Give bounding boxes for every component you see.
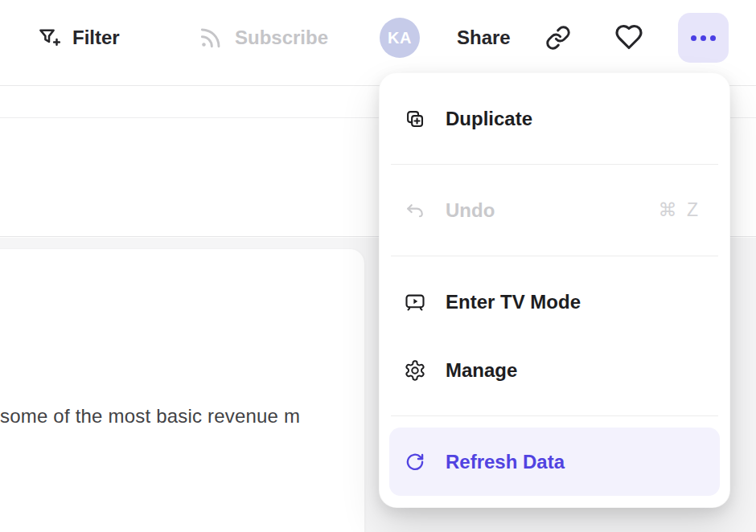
menu-item-undo[interactable]: Undo ⌘ Z bbox=[389, 176, 720, 244]
share-label: Share bbox=[457, 27, 511, 49]
duplicate-icon bbox=[404, 108, 426, 130]
menu-item-label: Enter TV Mode bbox=[446, 291, 581, 313]
menu-item-label: Undo bbox=[446, 199, 495, 222]
gear-icon bbox=[404, 359, 426, 382]
menu-item-label: Duplicate bbox=[446, 108, 532, 130]
menu-item-enter-tv-mode[interactable]: Enter TV Mode bbox=[389, 268, 720, 336]
menu-item-shortcut: ⌘ Z bbox=[659, 199, 701, 221]
filter-plus-icon bbox=[37, 26, 61, 50]
link-icon bbox=[545, 41, 571, 53]
refresh-icon bbox=[404, 451, 426, 473]
menu-item-manage[interactable]: Manage bbox=[389, 336, 720, 404]
tv-icon bbox=[404, 291, 426, 313]
menu-divider bbox=[391, 415, 718, 416]
text-content-card: some of the most basic revenue m bbox=[0, 249, 364, 532]
filter-button[interactable]: Filter bbox=[37, 18, 120, 58]
more-menu-button[interactable] bbox=[678, 13, 729, 63]
menu-item-duplicate[interactable]: Duplicate bbox=[389, 84, 720, 153]
avatar-initials: KA bbox=[388, 29, 412, 47]
paragraph-fragment: some of the most basic revenue m bbox=[0, 405, 300, 428]
share-button[interactable]: Share bbox=[457, 18, 511, 58]
ellipsis-icon bbox=[691, 35, 716, 41]
favorite-button[interactable] bbox=[614, 23, 643, 54]
subscribe-button[interactable]: Subscribe bbox=[198, 18, 328, 58]
menu-divider bbox=[391, 164, 718, 165]
menu-item-refresh-data[interactable]: Refresh Data bbox=[389, 428, 720, 496]
menu-divider bbox=[391, 256, 718, 256]
more-options-dropdown: Duplicate Undo ⌘ Z Enter TV Mode bbox=[379, 72, 730, 508]
subscribe-label: Subscribe bbox=[235, 27, 328, 49]
avatar[interactable]: KA bbox=[380, 18, 420, 58]
menu-item-label: Manage bbox=[446, 359, 517, 382]
heart-icon bbox=[614, 42, 643, 54]
undo-icon bbox=[404, 199, 426, 222]
rss-icon bbox=[198, 25, 224, 51]
menu-item-label: Refresh Data bbox=[446, 451, 565, 473]
filter-label: Filter bbox=[72, 27, 120, 49]
copy-link-button[interactable] bbox=[545, 25, 571, 53]
